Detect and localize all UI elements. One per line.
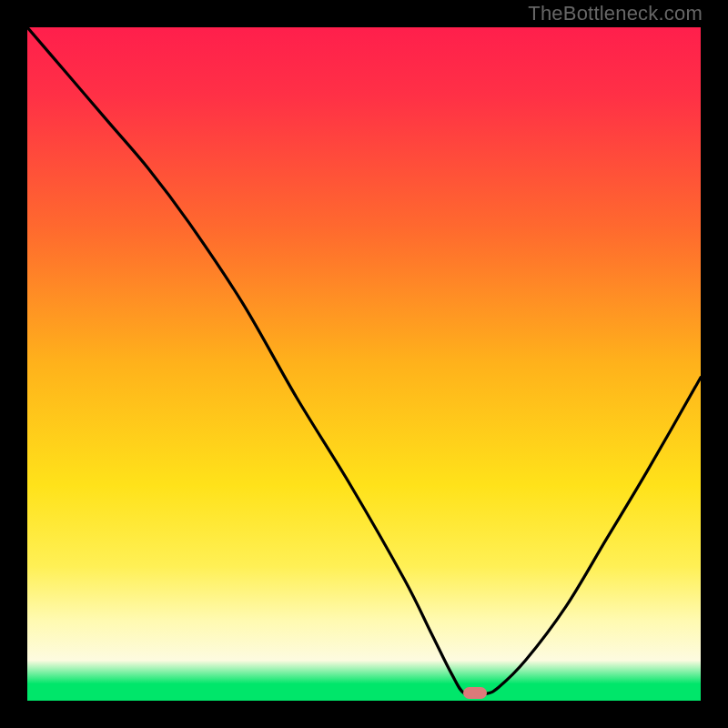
curve-path — [27, 27, 701, 696]
plot-area — [27, 27, 701, 701]
watermark-text: TheBottleneck.com — [528, 2, 703, 25]
chart-frame: TheBottleneck.com — [0, 0, 728, 728]
bottleneck-curve — [27, 27, 701, 701]
minimum-marker — [463, 687, 487, 699]
